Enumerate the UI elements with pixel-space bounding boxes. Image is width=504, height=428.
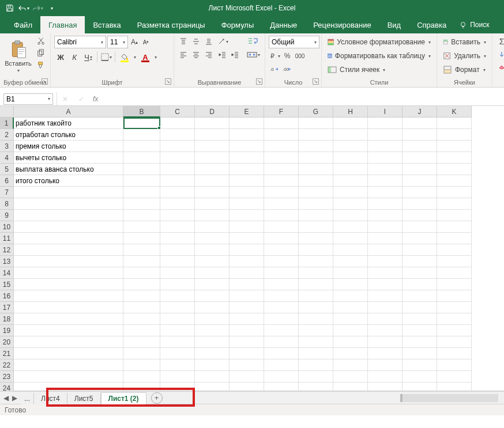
cell[interactable]: [230, 244, 264, 256]
column-header[interactable]: E: [230, 106, 264, 118]
cell[interactable]: [403, 267, 437, 279]
column-header[interactable]: A: [14, 106, 123, 118]
sheet-nav-prev-icon[interactable]: ◀: [3, 394, 9, 402]
cell[interactable]: [437, 210, 472, 221]
add-sheet-button[interactable]: +: [151, 392, 163, 404]
cell[interactable]: [437, 164, 472, 175]
cell[interactable]: [299, 382, 333, 391]
cell[interactable]: [230, 290, 264, 302]
cell[interactable]: [333, 256, 368, 267]
cell[interactable]: [123, 233, 160, 244]
cell[interactable]: [368, 325, 403, 336]
cell[interactable]: [230, 267, 264, 279]
cell[interactable]: [333, 187, 368, 198]
cell[interactable]: [123, 175, 160, 187]
cell[interactable]: [299, 187, 333, 198]
column-header[interactable]: K: [437, 106, 472, 118]
tab-insert[interactable]: Вставка: [85, 16, 129, 33]
align-center-icon[interactable]: [190, 49, 202, 60]
conditional-formatting-button[interactable]: Условное форматирование▾: [325, 36, 433, 48]
enter-formula-icon[interactable]: ✓: [74, 93, 88, 105]
qat-customize-icon[interactable]: ▾: [45, 2, 58, 14]
cell[interactable]: [14, 267, 123, 279]
cell[interactable]: [264, 164, 299, 175]
cell[interactable]: [160, 325, 195, 336]
cell[interactable]: [14, 336, 123, 348]
tab-layout[interactable]: Разметка страницы: [129, 16, 213, 33]
cell[interactable]: [299, 302, 333, 313]
decrease-font-icon[interactable]: A▾: [141, 36, 151, 48]
cell[interactable]: [333, 175, 368, 187]
row-header[interactable]: 18: [0, 313, 14, 325]
row-header[interactable]: 15: [0, 279, 14, 290]
cell[interactable]: [264, 256, 299, 267]
cell[interactable]: [195, 267, 230, 279]
cell[interactable]: [333, 267, 368, 279]
cell[interactable]: [437, 221, 472, 233]
row-header[interactable]: 4: [0, 152, 14, 164]
cell[interactable]: [14, 210, 123, 221]
cell[interactable]: [437, 233, 472, 244]
cell[interactable]: [403, 244, 437, 256]
cell[interactable]: [299, 164, 333, 175]
tab-data[interactable]: Данные: [262, 16, 305, 33]
delete-cells-button[interactable]: Удалить▾: [441, 50, 488, 62]
column-header[interactable]: C: [160, 106, 195, 118]
cell[interactable]: [368, 198, 403, 210]
cell[interactable]: [160, 233, 195, 244]
cell[interactable]: [14, 256, 123, 267]
cell[interactable]: [230, 141, 264, 152]
cell[interactable]: [123, 164, 160, 175]
sheet-nav-next-icon[interactable]: ▶: [12, 394, 17, 402]
cell[interactable]: [368, 336, 403, 348]
cell[interactable]: [160, 244, 195, 256]
cell[interactable]: [160, 348, 195, 359]
cell[interactable]: [195, 221, 230, 233]
cell[interactable]: [230, 359, 264, 371]
font-size-combo[interactable]: 11▾: [107, 36, 128, 48]
cell[interactable]: [264, 302, 299, 313]
cell[interactable]: [264, 371, 299, 382]
cell[interactable]: [160, 129, 195, 141]
dialog-launcher-icon[interactable]: ↘: [165, 78, 171, 85]
cell[interactable]: [230, 313, 264, 325]
cell[interactable]: [230, 198, 264, 210]
column-header[interactable]: G: [299, 106, 333, 118]
row-header[interactable]: 5: [0, 164, 14, 175]
cell[interactable]: [160, 256, 195, 267]
cell[interactable]: [230, 164, 264, 175]
cell[interactable]: [299, 325, 333, 336]
cell[interactable]: [403, 313, 437, 325]
cell[interactable]: [437, 382, 472, 391]
decrease-decimal-icon[interactable]: .00: [281, 63, 293, 75]
cell[interactable]: [403, 382, 437, 391]
cell[interactable]: [230, 336, 264, 348]
cell[interactable]: [264, 221, 299, 233]
cell[interactable]: [264, 336, 299, 348]
cell[interactable]: премия столько: [14, 141, 123, 152]
row-header[interactable]: 21: [0, 348, 14, 359]
cell[interactable]: [160, 175, 195, 187]
cell[interactable]: [160, 267, 195, 279]
cell[interactable]: [14, 187, 123, 198]
cell[interactable]: [123, 152, 160, 164]
select-all-corner[interactable]: [0, 106, 14, 118]
percent-format-icon[interactable]: %: [281, 50, 293, 62]
italic-button[interactable]: К: [68, 51, 81, 63]
cell[interactable]: [123, 129, 160, 141]
number-format-combo[interactable]: Общий▾: [269, 36, 319, 48]
accounting-format-icon[interactable]: ₽▾: [269, 50, 280, 62]
cell[interactable]: [230, 382, 264, 391]
cell[interactable]: [160, 187, 195, 198]
row-header[interactable]: 1: [0, 118, 14, 129]
cell[interactable]: [195, 348, 230, 359]
cell[interactable]: [299, 221, 333, 233]
cell[interactable]: [160, 382, 195, 391]
cell[interactable]: [403, 336, 437, 348]
undo-icon[interactable]: ▾: [17, 2, 30, 14]
cell[interactable]: [160, 198, 195, 210]
sheet-tab[interactable]: Лист5: [67, 393, 101, 404]
cell[interactable]: [403, 256, 437, 267]
cell[interactable]: [264, 175, 299, 187]
cell[interactable]: [437, 325, 472, 336]
